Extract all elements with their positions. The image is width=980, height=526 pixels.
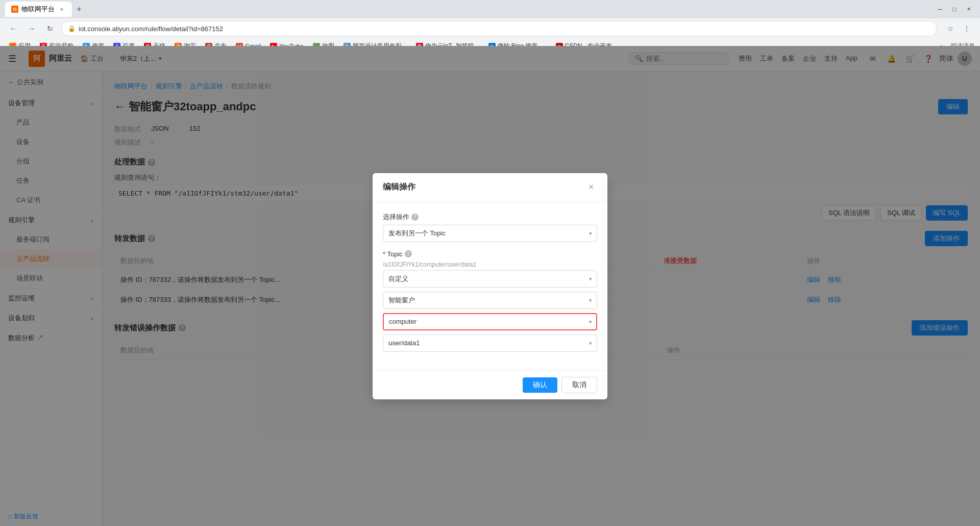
select-action-dropdown[interactable]: 发布到另一个 Topic — [383, 225, 597, 242]
topic-hint: /a1IGfJFIYk1/computer/user/data1 — [383, 261, 597, 268]
topic-product-wrapper: 智能窗户 ▾ — [383, 292, 597, 309]
topic-device-wrapper: computer ▾ — [383, 313, 597, 330]
back-button[interactable]: ← — [6, 21, 20, 36]
topic-help-icon[interactable]: ? — [405, 250, 412, 257]
confirm-button[interactable]: 确认 — [523, 377, 557, 393]
url-bar[interactable]: 🔒 iot.console.aliyun.com/rule/flow/detai… — [61, 21, 937, 36]
topic-path-wrapper: user/data1 ▾ — [383, 334, 597, 352]
topic-type-wrapper: 自定义 ▾ — [383, 270, 597, 288]
tab-title: 物联网平台 — [21, 5, 55, 14]
address-actions: ☆ ⋮ — [943, 21, 974, 36]
tab-close-button[interactable]: × — [58, 5, 66, 13]
address-bar: ← → ↻ 🔒 iot.console.aliyun.com/rule/flow… — [0, 18, 980, 39]
cancel-button[interactable]: 取消 — [561, 377, 597, 393]
dialog-title: 编辑操作 — [383, 182, 415, 193]
action-help-icon[interactable]: ? — [411, 213, 419, 221]
select-action-item: 选择操作 ? 发布到另一个 Topic ▾ — [383, 212, 597, 242]
select-action-wrapper: 发布到另一个 Topic ▾ — [383, 225, 597, 242]
edit-action-dialog: 编辑操作 × 选择操作 ? 发布到另一个 Topic ▾ * Topic ? — [373, 173, 607, 399]
dialog-overlay[interactable]: 编辑操作 × 选择操作 ? 发布到另一个 Topic ▾ * Topic ? — [0, 46, 980, 526]
minimize-button[interactable]: ─ — [934, 3, 946, 15]
dialog-footer: 确认 取消 — [373, 370, 607, 399]
tab-favicon: 物 — [11, 6, 18, 13]
maximize-button[interactable]: □ — [948, 3, 961, 15]
new-tab-button[interactable]: + — [73, 3, 85, 15]
star-button[interactable]: ☆ — [943, 21, 958, 36]
topic-path-dropdown[interactable]: user/data1 — [383, 334, 597, 352]
dialog-close-button[interactable]: × — [585, 181, 597, 194]
window-controls: ─ □ × — [934, 3, 975, 15]
topic-item: * Topic ? /a1IGfJFIYk1/computer/user/dat… — [383, 250, 597, 352]
tab-bar: 物 物联网平台 × + — [5, 2, 85, 17]
topic-device-dropdown[interactable]: computer — [383, 313, 597, 330]
extensions-button[interactable]: ⋮ — [960, 21, 974, 36]
topic-type-dropdown[interactable]: 自定义 — [383, 270, 597, 288]
close-button[interactable]: × — [963, 3, 975, 15]
dialog-header: 编辑操作 × — [373, 173, 607, 202]
forward-button[interactable]: → — [24, 21, 39, 36]
select-action-label: 选择操作 ? — [383, 212, 597, 222]
browser-chrome: 物 物联网平台 × + ─ □ × ← → ↻ 🔒 iot.console.al… — [0, 0, 980, 46]
refresh-button[interactable]: ↻ — [43, 21, 57, 36]
topic-product-dropdown[interactable]: 智能窗户 — [383, 292, 597, 309]
topic-label: * Topic ? — [383, 250, 597, 258]
browser-titlebar: 物 物联网平台 × + ─ □ × — [0, 0, 980, 18]
dialog-body: 选择操作 ? 发布到另一个 Topic ▾ * Topic ? /a1IGfJF… — [373, 202, 607, 370]
url-text: iot.console.aliyun.com/rule/flow/detail?… — [79, 25, 223, 33]
active-tab[interactable]: 物 物联网平台 × — [5, 2, 72, 17]
